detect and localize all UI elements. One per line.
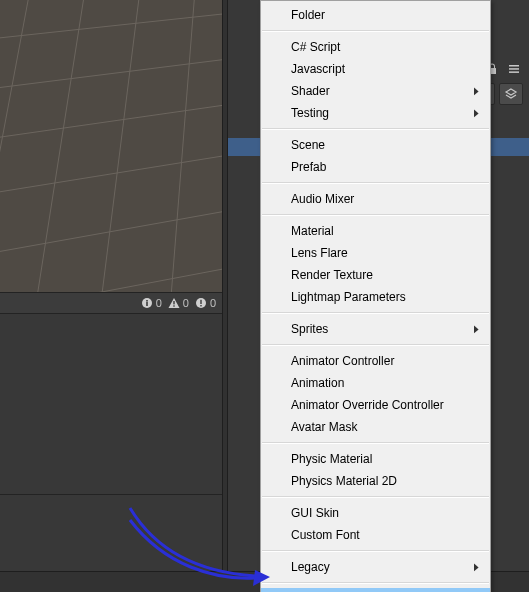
svg-rect-23 [200,300,201,304]
menu-item-label: C# Script [291,40,340,54]
menu-item-dependencies[interactable]: Dependencies [261,588,490,592]
menu-item-label: Animator Override Controller [291,398,444,412]
menu-item-label: Physic Material [291,452,372,466]
menu-separator [262,550,489,552]
menu-item-animator-override-controller[interactable]: Animator Override Controller [261,394,490,416]
menu-item-label: Shader [291,84,330,98]
svg-rect-20 [173,301,174,304]
menu-item-label: Lightmap Parameters [291,290,406,304]
console-info-value: 0 [156,297,162,309]
pane-divider[interactable] [0,494,222,495]
menu-item-physic-material[interactable]: Physic Material [261,448,490,470]
menu-item-label: Physics Material 2D [291,474,397,488]
console-error-count[interactable]: 0 [195,297,216,309]
left-pane: 0 0 0 [0,0,222,592]
menu-separator [262,496,489,498]
project-pane[interactable] [0,314,222,592]
menu-separator [262,214,489,216]
menu-item-label: GUI Skin [291,506,339,520]
menu-separator [262,442,489,444]
menu-item-sprites[interactable]: Sprites▶ [261,318,490,340]
menu-item-material[interactable]: Material [261,220,490,242]
menu-item-label: Lens Flare [291,246,348,260]
menu-item-label: Avatar Mask [291,420,357,434]
menu-separator [262,30,489,32]
svg-rect-18 [146,300,148,302]
menu-item-label: Render Texture [291,268,373,282]
menu-item-prefab[interactable]: Prefab [261,156,490,178]
menu-item-c-script[interactable]: C# Script [261,36,490,58]
menu-item-label: Material [291,224,334,238]
menu-separator [262,582,489,584]
panel-menu-icon[interactable] [505,61,523,77]
menu-item-custom-font[interactable]: Custom Font [261,524,490,546]
vertical-splitter[interactable] [222,0,228,592]
menu-item-animation[interactable]: Animation [261,372,490,394]
menu-item-label: Testing [291,106,329,120]
menu-item-audio-mixer[interactable]: Audio Mixer [261,188,490,210]
console-info-count[interactable]: 0 [141,297,162,309]
svg-rect-0 [509,65,519,67]
menu-item-render-texture[interactable]: Render Texture [261,264,490,286]
svg-rect-1 [509,68,519,70]
console-status-bar: 0 0 0 [0,292,222,314]
menu-item-label: Folder [291,8,325,22]
menu-item-label: Animator Controller [291,354,394,368]
menu-item-scene[interactable]: Scene [261,134,490,156]
menu-item-label: Prefab [291,160,326,174]
console-warning-count[interactable]: 0 [168,297,189,309]
menu-item-shader[interactable]: Shader▶ [261,80,490,102]
menu-item-label: Javascript [291,62,345,76]
menu-item-physics-material-2d[interactable]: Physics Material 2D [261,470,490,492]
menu-item-label: Legacy [291,560,330,574]
svg-rect-24 [200,305,201,306]
menu-separator [262,182,489,184]
menu-separator [262,128,489,130]
create-asset-context-menu: FolderC# ScriptJavascriptShader▶Testing▶… [260,0,491,592]
menu-item-lens-flare[interactable]: Lens Flare [261,242,490,264]
menu-item-avatar-mask[interactable]: Avatar Mask [261,416,490,438]
menu-item-gui-skin[interactable]: GUI Skin [261,502,490,524]
menu-item-label: Animation [291,376,344,390]
menu-separator [262,312,489,314]
scene-view[interactable] [0,0,222,292]
console-warning-value: 0 [183,297,189,309]
layers-icon[interactable] [499,83,523,105]
chevron-right-icon: ▶ [474,318,479,340]
menu-item-folder[interactable]: Folder [261,4,490,26]
menu-item-animator-controller[interactable]: Animator Controller [261,350,490,372]
svg-rect-21 [173,305,174,306]
svg-rect-2 [509,71,519,73]
menu-item-testing[interactable]: Testing▶ [261,102,490,124]
menu-item-javascript[interactable]: Javascript [261,58,490,80]
chevron-right-icon: ▶ [474,556,479,578]
console-error-value: 0 [210,297,216,309]
menu-separator [262,344,489,346]
chevron-right-icon: ▶ [474,102,479,124]
svg-rect-19 [146,302,148,306]
menu-item-label: Sprites [291,322,328,336]
chevron-right-icon: ▶ [474,80,479,102]
menu-item-label: Custom Font [291,528,360,542]
svg-rect-5 [0,0,222,292]
menu-item-label: Audio Mixer [291,192,354,206]
menu-item-lightmap-parameters[interactable]: Lightmap Parameters [261,286,490,308]
menu-item-legacy[interactable]: Legacy▶ [261,556,490,578]
menu-item-label: Scene [291,138,325,152]
